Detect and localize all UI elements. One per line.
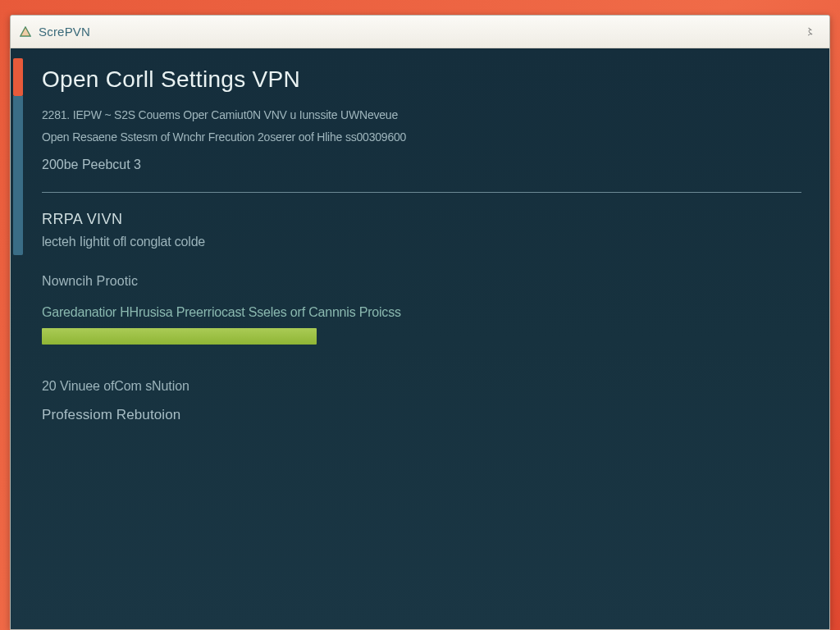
footer-line-2: Professiom Rebutoion: [42, 407, 801, 423]
app-title: ScrePVN: [39, 25, 90, 39]
footer-line-1: 20 Vinuee ofCom sNution: [42, 379, 801, 394]
page-title: Open Corll Settings VPN: [42, 66, 801, 93]
detail-line-1: 2281. IEPW ~ S2S Couems Oper Camiut0N VN…: [42, 104, 801, 126]
titlebar: ScrePVN 〻: [11, 16, 829, 48]
svg-marker-1: [21, 27, 30, 36]
scroll-thumb-lower[interactable]: [13, 96, 23, 255]
detail-line-2: Open Resaene Sstesm of Wnchr Frecution 2…: [42, 126, 801, 148]
section-description: lecteh Iightit ofl conglat colde: [42, 235, 801, 249]
scroll-thumb-accent[interactable]: [13, 58, 23, 96]
content-area: Open Corll Settings VPN 2281. IEPW ~ S2S…: [11, 48, 829, 629]
scrollbar[interactable]: [11, 48, 27, 629]
titlebar-control-icon[interactable]: 〻: [804, 25, 821, 38]
main-panel: Open Corll Settings VPN 2281. IEPW ~ S2S…: [27, 48, 829, 629]
progress-bar: [42, 328, 317, 345]
section-title: RRPA VIVN: [42, 211, 801, 228]
app-logo-icon: [19, 25, 32, 39]
divider: [42, 192, 801, 193]
section-link[interactable]: Garedanatior HHrusisa Preerriocast Ssele…: [42, 305, 801, 320]
group-label: Nowncih Prootic: [42, 274, 801, 289]
app-window: ScrePVN 〻 Open Corll Settings VPN 2281. …: [10, 15, 830, 630]
status-line: 200be Peebcut 3: [42, 158, 801, 172]
